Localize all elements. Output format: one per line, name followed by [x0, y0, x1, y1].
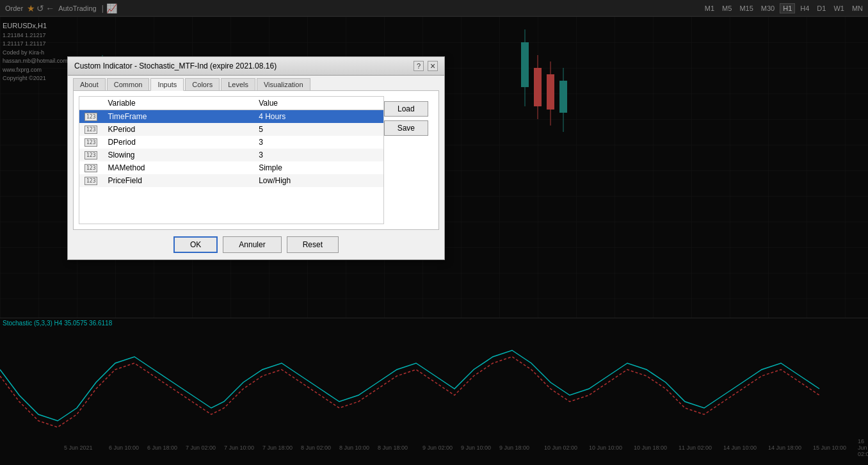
load-button[interactable]: Load: [384, 101, 428, 117]
row-icon: 123: [79, 174, 102, 187]
table-row[interactable]: 123 KPeriod 5: [79, 123, 383, 136]
tab-inputs[interactable]: Inputs: [150, 78, 184, 91]
row-variable: DPeriod: [102, 136, 253, 149]
help-button[interactable]: ?: [414, 61, 424, 71]
col-icon-header: [79, 97, 102, 110]
row-variable: Slowing: [102, 149, 253, 161]
tab-common[interactable]: Common: [107, 78, 150, 90]
tab-levels[interactable]: Levels: [221, 78, 255, 90]
table-wrapper: Variable Value 123 TimeFrame 4 Hours 123…: [79, 96, 433, 224]
tab-strip: About Common Inputs Colors Levels Visual…: [68, 76, 444, 90]
table-row[interactable]: 123 PriceField Low/High: [79, 174, 383, 187]
row-variable: PriceField: [102, 174, 253, 187]
row-value: 3: [253, 149, 383, 161]
side-buttons: Load Save: [384, 96, 433, 224]
tab-visualization[interactable]: Visualization: [257, 78, 310, 90]
col-variable-header: Variable: [102, 97, 253, 110]
row-value: 5: [253, 123, 383, 136]
row-variable: KPeriod: [102, 123, 253, 136]
table-row[interactable]: 123 Slowing 3: [79, 149, 383, 161]
row-icon: 123: [79, 149, 102, 161]
tab-colors[interactable]: Colors: [185, 78, 220, 90]
dialog-titlebar[interactable]: Custom Indicator - Stochastic_MTF-Ind (e…: [68, 57, 444, 76]
close-button[interactable]: ×: [428, 61, 438, 71]
table-row[interactable]: 123 TimeFrame 4 Hours: [79, 110, 383, 124]
reset-button[interactable]: Reset: [287, 236, 339, 253]
row-value: Low/High: [253, 174, 383, 187]
params-table: Variable Value 123 TimeFrame 4 Hours 123…: [79, 97, 383, 187]
row-value: 4 Hours: [253, 110, 383, 124]
tab-content-inputs: Variable Value 123 TimeFrame 4 Hours 123…: [73, 90, 439, 230]
row-icon: 123: [79, 161, 102, 174]
row-icon: 123: [79, 136, 102, 149]
cancel-button[interactable]: Annuler: [223, 236, 281, 253]
row-icon: 123: [79, 110, 102, 124]
row-value: Simple: [253, 161, 383, 174]
table-row[interactable]: 123 DPeriod 3: [79, 136, 383, 149]
params-table-container: Variable Value 123 TimeFrame 4 Hours 123…: [79, 96, 384, 224]
ok-button[interactable]: OK: [173, 236, 218, 253]
row-icon: 123: [79, 123, 102, 136]
save-button[interactable]: Save: [384, 120, 428, 136]
table-row[interactable]: 123 MAMethod Simple: [79, 161, 383, 174]
titlebar-buttons: ? ×: [414, 61, 438, 71]
dialog-footer: OK Annuler Reset: [68, 230, 444, 259]
row-variable: MAMethod: [102, 161, 253, 174]
row-variable: TimeFrame: [102, 110, 253, 124]
dialog-title: Custom Indicator - Stochastic_MTF-Ind (e…: [74, 61, 277, 70]
row-value: 3: [253, 136, 383, 149]
col-value-header: Value: [253, 97, 383, 110]
tab-about[interactable]: About: [73, 78, 106, 90]
indicator-dialog: Custom Indicator - Stochastic_MTF-Ind (e…: [67, 56, 445, 260]
